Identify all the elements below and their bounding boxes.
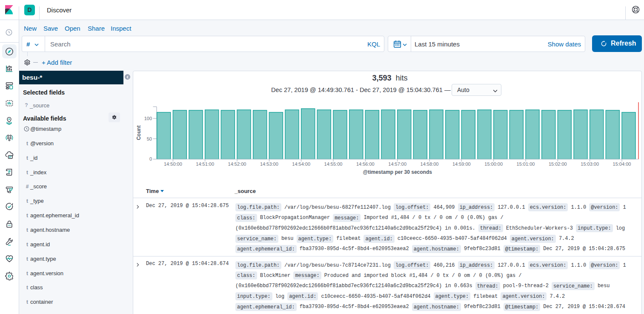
svg-text:14:59:00: 14:59:00 <box>452 161 471 167</box>
svg-text:14:54:00: 14:54:00 <box>292 161 310 167</box>
svg-text:14:52:00: 14:52:00 <box>228 161 246 167</box>
svg-text:14:53:00: 14:53:00 <box>260 161 278 167</box>
svg-text:15:03:00: 15:03:00 <box>581 161 599 167</box>
svg-text:50: 50 <box>147 136 152 141</box>
svg-text:Count: Count <box>136 125 142 140</box>
svg-text:14:51:00: 14:51:00 <box>196 161 214 167</box>
svg-text:15:04:00: 15:04:00 <box>613 161 631 167</box>
svg-text:14:56:00: 14:56:00 <box>356 161 375 167</box>
svg-text:15:01:00: 15:01:00 <box>517 161 535 167</box>
svg-text:100: 100 <box>144 116 152 121</box>
svg-text:0: 0 <box>149 156 152 161</box>
svg-text:14:55:00: 14:55:00 <box>324 161 343 167</box>
svg-text:15:00:00: 15:00:00 <box>484 161 503 167</box>
svg-text:14:50:00: 14:50:00 <box>164 161 182 167</box>
svg-text:@timestamp per 30 seconds: @timestamp per 30 seconds <box>363 169 432 175</box>
svg-text:15:02:00: 15:02:00 <box>549 161 567 167</box>
svg-text:14:57:00: 14:57:00 <box>388 161 406 167</box>
svg-text:14:58:00: 14:58:00 <box>421 161 439 167</box>
